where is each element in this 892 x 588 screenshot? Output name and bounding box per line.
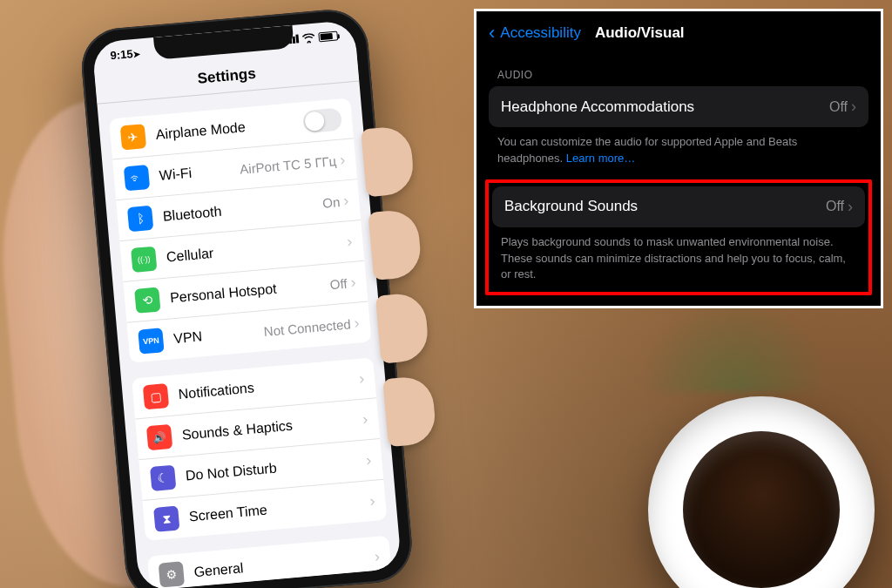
chevron-right-icon: ›	[368, 491, 375, 510]
chevron-right-icon: ›	[851, 98, 856, 116]
chevron-right-icon: ›	[339, 151, 346, 169]
row-label: Do Not Disturb	[185, 452, 367, 483]
row-headphone-accommodations[interactable]: Headphone Accommodations Off ›	[489, 86, 868, 127]
notifications-icon: ▢	[143, 383, 169, 409]
highlight-box: Background Sounds Off › Plays background…	[485, 179, 872, 296]
footer-text: You can customize the audio for supporte…	[497, 135, 797, 165]
audio-visual-panel: ‹ Accessibility Audio/Visual AUDIO Headp…	[474, 9, 883, 308]
chevron-right-icon: ›	[365, 450, 372, 469]
chevron-right-icon: ›	[848, 198, 853, 216]
footer-text: Plays background sounds to mask unwanted…	[501, 235, 846, 281]
phone-body: 9:15➤ Settings ✈ Airplane Mode	[78, 7, 415, 588]
background-sounds-footer: Plays background sounds to mask unwanted…	[489, 227, 868, 286]
settings-group-alerts: ▢ Notifications › 🔊 Sounds & Haptics › ☾…	[132, 357, 387, 541]
dnd-icon: ☾	[150, 465, 176, 491]
screentime-icon: ⧗	[153, 506, 179, 532]
chevron-right-icon: ›	[342, 192, 349, 210]
chevron-right-icon: ›	[350, 273, 357, 291]
airplane-icon: ✈	[120, 124, 146, 150]
row-label: VPN	[173, 323, 265, 347]
learn-more-link[interactable]: Learn more…	[566, 152, 635, 165]
back-chevron-icon[interactable]: ‹	[489, 24, 495, 43]
row-general[interactable]: ⚙ General ›	[147, 536, 392, 588]
settings-group-general: ⚙ General › ⊟ Control Center ›	[147, 536, 395, 588]
status-time: 9:15➤	[110, 46, 140, 62]
back-button[interactable]: Accessibility	[500, 24, 581, 42]
overlay-header: ‹ Accessibility Audio/Visual	[476, 11, 881, 53]
row-label: Screen Time	[188, 493, 370, 524]
row-value: Off	[826, 199, 844, 214]
row-value: On	[322, 193, 341, 210]
chevron-right-icon: ›	[362, 410, 368, 429]
row-value: AirPort TC 5 ГГц	[240, 153, 337, 177]
row-label: Cellular	[166, 233, 348, 265]
row-label: Headphone Accommodations	[501, 98, 829, 116]
airplane-toggle[interactable]	[302, 107, 342, 133]
settings-group-connectivity: ✈ Airplane Mode ᯤ Wi-Fi AirPort TC 5 ГГц…	[109, 98, 371, 362]
row-label: Notifications	[178, 371, 360, 402]
wifi-icon: ᯤ	[124, 165, 150, 191]
chevron-right-icon: ›	[374, 547, 381, 565]
chevron-right-icon: ›	[358, 369, 365, 388]
settings-screen[interactable]: Settings ✈ Airplane Mode ᯤ Wi-Fi AirPort…	[94, 48, 402, 588]
hotspot-icon: ⟲	[134, 287, 160, 313]
row-value: Not Connected	[263, 316, 351, 339]
row-value: Off	[829, 99, 848, 115]
phone-screen: 9:15➤ Settings ✈ Airplane Mode	[91, 20, 402, 588]
cellular-icon: ((·))	[131, 247, 157, 273]
row-label: Personal Hotspot	[169, 276, 330, 306]
vpn-icon: VPN	[138, 328, 164, 354]
row-label: Airplane Mode	[155, 114, 304, 143]
headphone-footer: You can customize the audio for supporte…	[476, 127, 881, 179]
bluetooth-icon: ᛒ	[127, 206, 153, 232]
section-label-audio: AUDIO	[476, 53, 881, 86]
wifi-icon	[301, 32, 315, 43]
chevron-right-icon: ›	[354, 314, 361, 332]
row-label: Bluetooth	[162, 195, 323, 225]
battery-icon	[318, 30, 338, 42]
row-label: Wi-Fi	[159, 161, 240, 184]
chevron-right-icon: ›	[346, 232, 353, 250]
row-label: Background Sounds	[504, 198, 826, 215]
overlay-title: Audio/Visual	[595, 24, 685, 42]
phone-mockup: 9:15➤ Settings ✈ Airplane Mode	[78, 5, 431, 588]
row-label: Sounds & Haptics	[181, 412, 363, 443]
status-right	[285, 30, 338, 44]
general-icon: ⚙	[159, 561, 185, 587]
sounds-icon: 🔊	[146, 424, 172, 450]
row-label: General	[193, 549, 375, 580]
row-background-sounds[interactable]: Background Sounds Off ›	[492, 186, 865, 227]
row-value: Off	[329, 275, 348, 292]
